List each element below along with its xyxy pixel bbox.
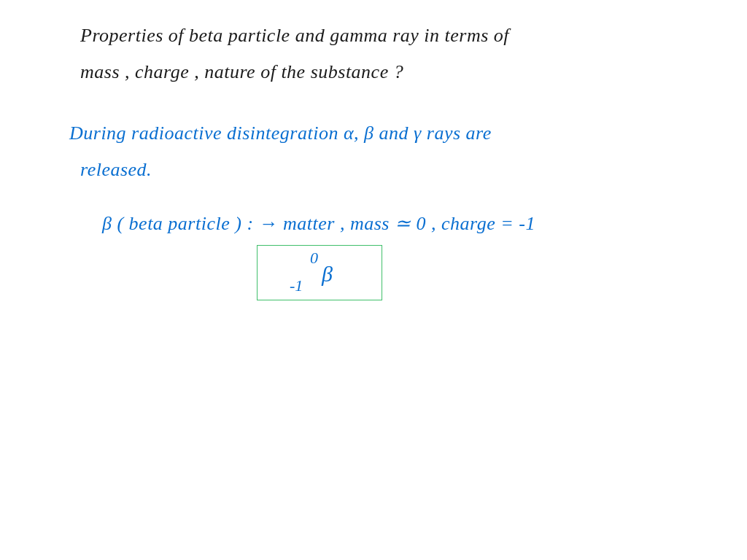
answer-intro-line-2: released. [80,158,152,182]
question-line-1: Properties of beta particle and gamma ra… [80,23,509,48]
nuclide-charge-number: -1 [290,276,303,295]
question-line-2: mass , charge , nature of the substance … [80,60,403,85]
nuclide-symbol: β [322,262,333,287]
handwritten-note-page: Properties of beta particle and gamma ra… [0,0,747,560]
nuclide-notation: 0 -1 β [258,246,382,300]
answer-intro-line-1: During radioactive disintegration α, β a… [69,121,492,146]
nuclide-mass-number: 0 [310,249,318,268]
nuclide-box: 0 -1 β [257,245,382,300]
beta-properties-line: β ( beta particle ) : → matter , mass ≃ … [102,211,535,236]
